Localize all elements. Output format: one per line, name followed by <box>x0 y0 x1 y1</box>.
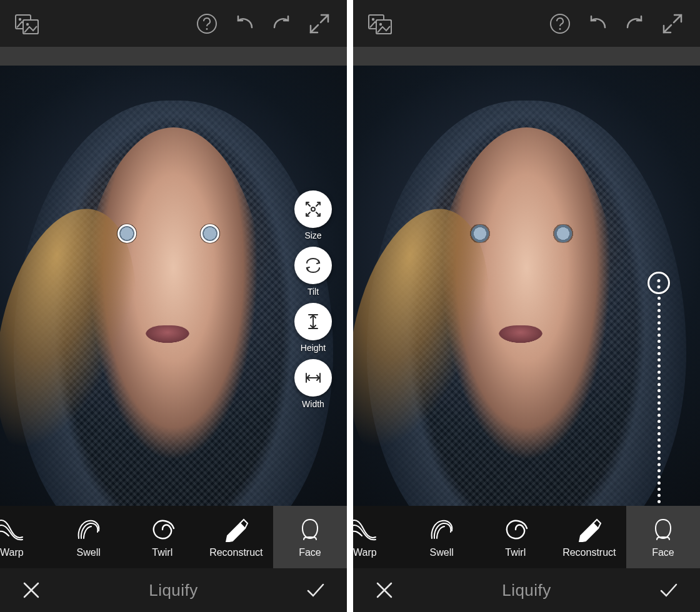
svg-point-1 <box>19 17 21 20</box>
expand-icon[interactable] <box>304 9 334 39</box>
undo-icon[interactable] <box>229 9 259 39</box>
mode-title: Liquify <box>149 581 198 600</box>
cancel-button[interactable] <box>18 576 45 604</box>
photo-placeholder-eye-left <box>464 224 496 243</box>
top-toolbar <box>0 0 347 47</box>
liquify-tool-row: Warp Swell Twirl <box>0 506 347 568</box>
eye-marker-right[interactable] <box>201 224 219 243</box>
tool-twirl[interactable]: Twirl <box>479 506 552 568</box>
face-option-list: Size Tilt <box>294 190 332 409</box>
face-option-height-button[interactable] <box>294 303 332 340</box>
face-option-size: Size <box>294 190 332 240</box>
eye-marker-left[interactable] <box>118 224 136 243</box>
tool-warp[interactable]: Warp <box>0 506 52 568</box>
svg-point-14 <box>559 28 561 30</box>
photo-placeholder-lips <box>499 325 542 343</box>
redo-icon[interactable] <box>267 9 297 39</box>
tool-reconstruct-label: Reconstruct <box>562 547 616 558</box>
action-bar: Liquify <box>0 568 347 612</box>
face-option-height-label: Height <box>301 343 326 353</box>
cancel-button[interactable] <box>371 576 398 604</box>
tool-face[interactable]: Face <box>273 506 347 568</box>
slider-track <box>658 297 661 506</box>
tool-warp[interactable]: Warp <box>353 506 405 568</box>
tool-swell-label: Swell <box>77 547 101 558</box>
compare-icon[interactable] <box>12 9 42 39</box>
face-option-width-button[interactable] <box>294 359 332 397</box>
screen-1: Size Tilt <box>0 0 347 612</box>
twirl-icon <box>501 516 531 543</box>
slider-handle[interactable] <box>648 272 670 294</box>
tool-twirl-label: Twirl <box>152 547 172 558</box>
help-icon[interactable] <box>192 9 222 39</box>
face-option-size-button[interactable] <box>294 190 332 228</box>
face-option-size-label: Size <box>304 230 321 240</box>
face-option-width: Width <box>294 359 332 409</box>
undo-icon[interactable] <box>582 9 612 39</box>
tool-reconstruct[interactable]: Reconstruct <box>199 506 273 568</box>
tool-swell[interactable]: Swell <box>405 506 479 568</box>
svg-point-13 <box>551 14 569 33</box>
svg-point-9 <box>372 17 374 20</box>
warp-icon <box>353 516 379 543</box>
sub-toolbar-strip <box>353 47 700 66</box>
tool-swell[interactable]: Swell <box>52 506 126 568</box>
mode-title: Liquify <box>502 581 551 600</box>
tool-twirl-label: Twirl <box>505 547 526 558</box>
help-icon[interactable] <box>545 9 575 39</box>
face-icon <box>295 516 325 543</box>
twirl-icon <box>148 516 178 543</box>
face-option-tilt-label: Tilt <box>308 287 319 297</box>
tool-face-label: Face <box>299 547 321 558</box>
svg-point-7 <box>311 207 315 211</box>
svg-point-6 <box>206 28 208 30</box>
swell-icon <box>427 516 457 543</box>
svg-point-5 <box>198 14 216 33</box>
image-canvas[interactable]: Size Tilt <box>0 66 347 506</box>
tool-face[interactable]: Face <box>626 506 700 568</box>
action-bar: Liquify <box>353 568 700 612</box>
accept-button[interactable] <box>655 576 682 604</box>
vertical-slider[interactable] <box>646 272 671 506</box>
image-canvas[interactable] <box>353 66 700 506</box>
tool-swell-label: Swell <box>430 547 454 558</box>
face-option-tilt: Tilt <box>294 247 332 297</box>
reconstruct-icon <box>574 516 604 543</box>
tool-reconstruct[interactable]: Reconstruct <box>552 506 626 568</box>
tool-face-label: Face <box>652 547 674 558</box>
face-icon <box>648 516 678 543</box>
photo-placeholder-lips <box>146 325 189 343</box>
svg-point-12 <box>379 22 382 25</box>
warp-icon <box>0 516 26 543</box>
accept-button[interactable] <box>302 576 329 604</box>
expand-icon[interactable] <box>658 9 688 39</box>
tool-reconstruct-label: Reconstruct <box>209 547 262 558</box>
liquify-tool-row: Warp Swell Twirl <box>353 506 700 568</box>
screen-2: Warp Swell Twirl <box>353 0 700 612</box>
sub-toolbar-strip <box>0 47 347 66</box>
photo-placeholder-eye-right <box>548 224 579 243</box>
compare-icon[interactable] <box>366 9 396 39</box>
svg-point-4 <box>26 22 29 25</box>
top-toolbar <box>353 0 700 47</box>
face-option-height: Height <box>294 303 332 353</box>
face-option-tilt-button[interactable] <box>294 247 332 284</box>
face-option-width-label: Width <box>302 399 324 409</box>
tool-warp-label: Warp <box>0 547 24 558</box>
tool-twirl[interactable]: Twirl <box>126 506 199 568</box>
redo-icon[interactable] <box>620 9 650 39</box>
tool-warp-label: Warp <box>353 547 377 558</box>
reconstruct-icon <box>221 516 251 543</box>
swell-icon <box>74 516 104 543</box>
